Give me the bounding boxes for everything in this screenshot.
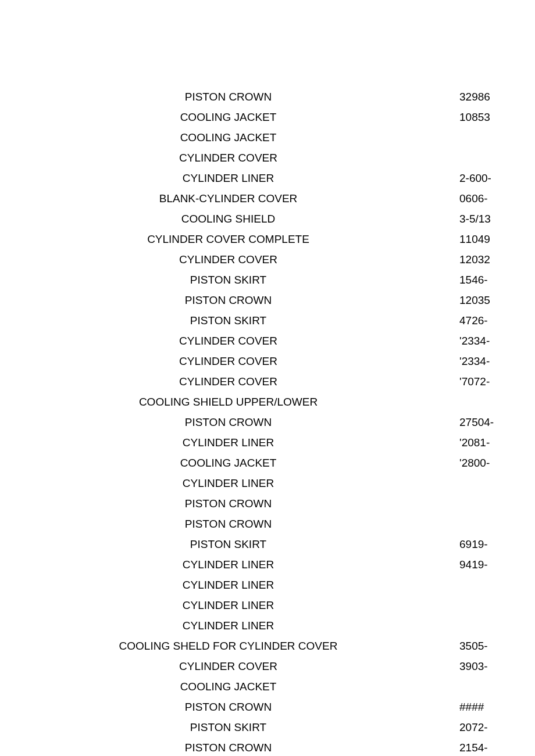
- table-row: CYLINDER LINER: [0, 575, 535, 595]
- part-code-cell: '2081-: [459, 432, 500, 453]
- part-code-cell: 1546-: [459, 270, 500, 290]
- part-code-cell: 2154-: [459, 737, 500, 756]
- part-name-cell: CYLINDER COVER: [0, 249, 456, 270]
- part-name-cell: PISTON CROWN: [0, 87, 456, 107]
- part-code-cell: 12035: [459, 290, 500, 310]
- part-code-cell: 11049: [459, 229, 500, 249]
- part-name-cell: PISTON SKIRT: [0, 534, 456, 554]
- part-name-cell: CYLINDER LINER: [0, 168, 456, 188]
- part-code-cell: 10853: [459, 107, 500, 127]
- part-name-cell: COOLING SHIELD: [0, 209, 456, 229]
- part-name-cell: BLANK-CYLINDER COVER: [0, 188, 456, 209]
- table-row: CYLINDER COVER'2334-: [0, 351, 535, 371]
- part-code-cell: 6919-: [459, 534, 500, 554]
- table-row: PISTON CROWN: [0, 514, 535, 534]
- table-row: PISTON SKIRT4726-: [0, 310, 535, 331]
- table-row: COOLING SHIELD3-5/13: [0, 209, 535, 229]
- part-code-cell: 4726-: [459, 310, 500, 331]
- part-code-cell: 3903-: [459, 656, 500, 676]
- table-row: PISTON CROWN: [0, 493, 535, 514]
- table-row: CYLINDER COVER'7072-: [0, 371, 535, 392]
- part-name-cell: COOLING JACKET: [0, 676, 456, 697]
- part-name-cell: CYLINDER LINER: [0, 615, 456, 636]
- table-row: COOLING JACKET: [0, 127, 535, 148]
- part-name-cell: CYLINDER COVER: [0, 656, 456, 676]
- part-name-cell: CYLINDER COVER: [0, 331, 456, 351]
- part-name-cell: CYLINDER LINER: [0, 432, 456, 453]
- table-row: CYLINDER COVER12032: [0, 249, 535, 270]
- part-name-cell: PISTON CROWN: [0, 737, 456, 756]
- part-name-cell: CYLINDER COVER: [0, 148, 456, 168]
- table-row: CYLINDER LINER: [0, 595, 535, 615]
- table-row: CYLINDER LINER'2081-: [0, 432, 535, 453]
- part-name-cell: PISTON CROWN: [0, 493, 456, 514]
- table-row: CYLINDER COVER'2334-: [0, 331, 535, 351]
- part-name-cell: COOLING JACKET: [0, 127, 456, 148]
- part-code-cell: 2-600-: [459, 168, 500, 188]
- part-name-cell: CYLINDER COVER COMPLETE: [0, 229, 456, 249]
- part-code-cell: 32986: [459, 87, 500, 107]
- part-code-cell: 9419-: [459, 554, 500, 575]
- part-name-cell: PISTON SKIRT: [0, 717, 456, 737]
- part-code-cell: '2800-: [459, 453, 500, 473]
- part-name-cell: COOLING JACKET: [0, 107, 456, 127]
- part-code-cell: '7072-: [459, 371, 500, 392]
- table-row: CYLINDER LINER: [0, 615, 535, 636]
- part-name-cell: CYLINDER LINER: [0, 554, 456, 575]
- table-row: PISTON CROWN2154-: [0, 737, 535, 756]
- table-row: PISTON SKIRT1546-: [0, 270, 535, 290]
- table-row: CYLINDER LINER9419-: [0, 554, 535, 575]
- table-row: COOLING JACKET: [0, 676, 535, 697]
- table-row: PISTON SKIRT2072-: [0, 717, 535, 737]
- table-row: PISTON CROWN27504-: [0, 412, 535, 432]
- part-name-cell: PISTON CROWN: [0, 514, 456, 534]
- part-code-cell: 3505-: [459, 636, 500, 656]
- table-row: PISTON CROWN32986: [0, 87, 535, 107]
- part-name-cell: PISTON SKIRT: [0, 310, 456, 331]
- part-code-cell: 12032: [459, 249, 500, 270]
- part-name-cell: COOLING JACKET: [0, 453, 456, 473]
- table-row: BLANK-CYLINDER COVER0606-: [0, 188, 535, 209]
- part-name-cell: COOLING SHIELD UPPER/LOWER: [0, 392, 456, 412]
- table-row: COOLING SHIELD UPPER/LOWER: [0, 392, 535, 412]
- part-name-cell: CYLINDER LINER: [0, 473, 456, 493]
- table-row: COOLING JACKET10853: [0, 107, 535, 127]
- table-row: CYLINDER COVER: [0, 148, 535, 168]
- part-name-cell: CYLINDER COVER: [0, 371, 456, 392]
- table-row: CYLINDER LINER: [0, 473, 535, 493]
- table-row: CYLINDER COVER3903-: [0, 656, 535, 676]
- part-code-cell: 27504-: [459, 412, 500, 432]
- part-name-cell: CYLINDER LINER: [0, 575, 456, 595]
- part-name-cell: PISTON CROWN: [0, 290, 456, 310]
- table-row: CYLINDER LINER2-600-: [0, 168, 535, 188]
- part-code-cell: ####: [459, 697, 500, 717]
- table-row: PISTON CROWN12035: [0, 290, 535, 310]
- part-name-cell: PISTON CROWN: [0, 412, 456, 432]
- part-code-cell: 0606-: [459, 188, 500, 209]
- table-row: COOLING JACKET'2800-: [0, 453, 535, 473]
- part-code-cell: '2334-: [459, 351, 500, 371]
- table-row: PISTON SKIRT6919-: [0, 534, 535, 554]
- part-code-cell: '2334-: [459, 331, 500, 351]
- part-name-cell: CYLINDER LINER: [0, 595, 456, 615]
- table-row: COOLING SHELD FOR CYLINDER COVER3505-: [0, 636, 535, 656]
- table-row: CYLINDER COVER COMPLETE11049: [0, 229, 535, 249]
- table-row: PISTON CROWN####: [0, 697, 535, 717]
- part-name-cell: COOLING SHELD FOR CYLINDER COVER: [0, 636, 456, 656]
- part-name-cell: PISTON CROWN: [0, 697, 456, 717]
- part-name-cell: PISTON SKIRT: [0, 270, 456, 290]
- part-name-cell: CYLINDER COVER: [0, 351, 456, 371]
- part-code-cell: 3-5/13: [459, 209, 500, 229]
- part-code-cell: 2072-: [459, 717, 500, 737]
- parts-list-page: PISTON CROWN32986COOLING JACKET10853COOL…: [0, 0, 535, 756]
